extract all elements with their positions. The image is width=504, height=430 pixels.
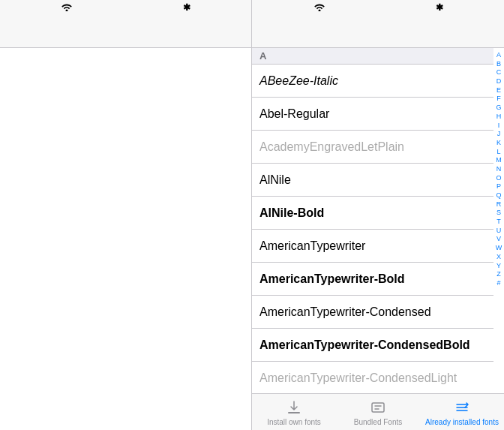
font-name-label: AmericanTypewriter-CondensedBold — [260, 338, 470, 352]
alphabet-letter[interactable]: K — [496, 139, 501, 148]
font-item[interactable]: AmericanTypewriter-Bold — [252, 263, 494, 296]
alphabet-letter[interactable]: I — [498, 122, 500, 131]
alphabet-letter[interactable]: L — [496, 148, 500, 157]
font-name-label: AmericanTypewriter-CondensedLight — [260, 371, 457, 385]
tab-bar: Install own fontsBundled FontsAlready in… — [252, 393, 504, 430]
font-name-label: AmericanTypewriter — [260, 239, 365, 253]
alphabet-letter[interactable]: Y — [496, 262, 501, 271]
font-item[interactable]: AlNile-Bold — [252, 197, 494, 230]
font-name-label: AmericanTypewriter-Bold — [260, 272, 405, 286]
font-item[interactable]: AmericanTypewriter — [252, 230, 494, 263]
tab-item-bundled[interactable]: Bundled Fonts — [336, 394, 420, 430]
alphabet-letter[interactable]: G — [496, 104, 501, 113]
font-name-label: AlNile — [260, 173, 291, 187]
alphabet-letter[interactable]: V — [496, 235, 501, 244]
installed-tab-icon — [453, 398, 471, 416]
alphabet-letter[interactable]: B — [496, 60, 501, 69]
alphabet-letter[interactable]: P — [496, 182, 501, 191]
alphabet-letter[interactable]: S — [496, 209, 501, 218]
alphabet-letter[interactable]: H — [496, 113, 502, 122]
wifi-left — [61, 2, 73, 14]
alphabet-letter[interactable]: D — [496, 77, 502, 86]
alphabet-letter[interactable]: Z — [496, 270, 501, 279]
tab-item-install[interactable]: Install own fonts — [252, 394, 336, 430]
font-item[interactable]: AcademyEngravedLetPlain — [252, 131, 494, 164]
font-item[interactable]: ABeeZee-Italic — [252, 65, 494, 98]
alphabet-index[interactable]: ABCDEFGHIJKLMNOPQRSTUVWXYZ# — [494, 48, 504, 393]
alphabet-letter[interactable]: A — [496, 51, 501, 60]
font-item[interactable]: AmericanTypewriter-CondensedLight — [252, 362, 494, 393]
alphabet-letter[interactable]: N — [496, 165, 502, 174]
alphabet-letter[interactable]: O — [496, 174, 501, 183]
tab-label-installed: Already installed fonts — [425, 418, 499, 426]
alphabet-letter[interactable]: U — [496, 227, 502, 236]
alphabet-letter[interactable]: M — [496, 156, 502, 165]
bundled-tab-icon — [369, 398, 387, 416]
font-name-label: AmericanTypewriter-Condensed — [260, 305, 431, 319]
install-tab-icon — [285, 398, 303, 416]
alphabet-letter[interactable]: C — [496, 68, 502, 77]
nav-bar-left — [0, 15, 251, 48]
svg-rect-1 — [372, 403, 384, 412]
bluetooth-right: ✱ — [436, 2, 443, 13]
alphabet-letter[interactable]: T — [496, 218, 501, 227]
font-list-container: AABeeZee-ItalicAbel-RegularAcademyEngrav… — [252, 48, 504, 393]
alphabet-letter[interactable]: R — [496, 200, 502, 209]
alphabet-letter[interactable]: Q — [496, 191, 501, 200]
font-preview-area — [0, 48, 251, 430]
font-name-label: AlNile-Bold — [260, 206, 324, 220]
font-item[interactable]: AmericanTypewriter-Condensed — [252, 296, 494, 329]
status-bar-right: ✱ — [252, 0, 504, 15]
right-panel: ✱ AABeeZee-ItalicAbel-RegularAcademyEngr… — [252, 0, 504, 430]
alphabet-letter[interactable]: F — [496, 95, 501, 104]
font-name-label: Abel-Regular — [260, 107, 329, 121]
tab-label-install: Install own fonts — [267, 418, 321, 426]
nav-bar-right — [252, 15, 504, 48]
status-bar-left: ✱ — [0, 0, 251, 15]
alphabet-letter[interactable]: # — [496, 279, 500, 288]
font-list[interactable]: AABeeZee-ItalicAbel-RegularAcademyEngrav… — [252, 48, 494, 393]
font-item[interactable]: AlNile — [252, 164, 494, 197]
left-panel: ✱ — [0, 0, 252, 430]
alphabet-letter[interactable]: E — [496, 86, 501, 95]
tab-label-bundled: Bundled Fonts — [354, 418, 403, 426]
alphabet-letter[interactable]: J — [497, 130, 501, 139]
font-name-label: AcademyEngravedLetPlain — [260, 140, 404, 154]
bluetooth-left: ✱ — [183, 2, 190, 13]
font-name-label: ABeeZee-Italic — [260, 74, 338, 88]
tab-item-installed[interactable]: Already installed fonts — [420, 394, 504, 430]
svg-rect-0 — [288, 412, 300, 413]
wifi-right — [314, 2, 326, 14]
font-item[interactable]: Abel-Regular — [252, 98, 494, 131]
section-header-a: A — [252, 48, 494, 65]
font-item[interactable]: AmericanTypewriter-CondensedBold — [252, 329, 494, 362]
alphabet-letter[interactable]: X — [496, 253, 501, 262]
alphabet-letter[interactable]: W — [496, 244, 502, 253]
